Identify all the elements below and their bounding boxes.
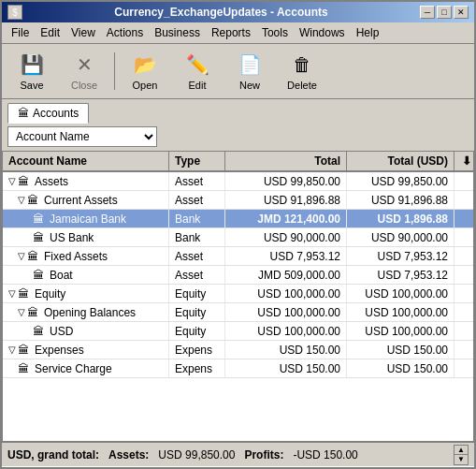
account-icon: 🏛: [18, 362, 31, 375]
account-type: Asset: [169, 247, 225, 265]
currency-spinner[interactable]: ▲ ▼: [454, 445, 469, 465]
minimize-button[interactable]: ─: [420, 6, 435, 19]
edit-label: Edit: [189, 80, 207, 91]
expand-arrow: ▽: [8, 288, 16, 299]
assets-value: USD 99,850.00: [158, 448, 235, 462]
account-total: JMD 509,000.00: [225, 266, 347, 284]
table-row[interactable]: 🏛 Boat Asset JMD 509,000.00 USD 7,953.12: [3, 266, 473, 285]
table-row[interactable]: 🏛 Jamaican Bank Bank JMD 121,400.00 USD …: [3, 210, 473, 228]
maximize-button[interactable]: □: [437, 6, 452, 19]
account-table: Account Name Type Total Total (USD) ⬇ ▽ …: [2, 152, 474, 441]
menu-item-edit[interactable]: Edit: [35, 24, 65, 41]
account-name: ▽ 🏛 Expenses: [3, 341, 169, 359]
assets-label: Assets:: [108, 448, 149, 462]
edit-button[interactable]: ✏️ Edit: [173, 48, 222, 95]
menu-item-tools[interactable]: Tools: [256, 24, 294, 41]
account-total: USD 91,896.88: [225, 191, 347, 209]
spin-up[interactable]: ▲: [454, 446, 468, 456]
account-total: USD 150.00: [225, 341, 347, 359]
currency-label: USD, grand total:: [7, 448, 99, 462]
table-row[interactable]: ▽ 🏛 Equity Equity USD 100,000.00 USD 100…: [3, 285, 473, 303]
close-button[interactable]: ✕: [454, 6, 469, 19]
col-header-total[interactable]: Total: [225, 152, 347, 170]
delete-button[interactable]: 🗑 Delete: [278, 48, 326, 95]
table-row[interactable]: ▽ 🏛 Assets Asset USD 99,850.00 USD 99,85…: [3, 172, 473, 191]
account-name: ▽ 🏛 Opening Balances: [3, 303, 169, 321]
save-label: Save: [20, 80, 43, 91]
account-name: ▽ 🏛 Current Assets: [3, 191, 169, 209]
menu-item-view[interactable]: View: [65, 24, 101, 41]
tab-label: Accounts: [33, 107, 79, 120]
expand-arrow: ▽: [8, 176, 16, 186]
expand-arrow: ▽: [18, 307, 25, 317]
account-total-usd: USD 7,953.12: [347, 247, 454, 265]
account-name: 🏛 Jamaican Bank: [3, 210, 169, 227]
account-type: Bank: [169, 210, 225, 227]
account-type: Asset: [169, 266, 225, 284]
new-icon: 📄: [237, 51, 263, 78]
expand-arrow: ▽: [8, 344, 16, 355]
account-icon: 🏛: [33, 231, 46, 244]
app-icon: $: [7, 5, 22, 20]
menu-item-help[interactable]: Help: [351, 24, 385, 41]
col-header-sort[interactable]: ⬇: [454, 152, 473, 170]
account-action: [454, 303, 473, 321]
tab-accounts[interactable]: 🏛Accounts: [7, 103, 89, 124]
menu-item-file[interactable]: File: [6, 24, 35, 41]
account-action: [454, 172, 473, 190]
status-bar: USD, grand total: Assets: USD 99,850.00 …: [2, 441, 474, 467]
account-action: [454, 266, 473, 284]
title-bar: $ Currency_ExchangeUpdates - Accounts ─ …: [2, 2, 474, 22]
account-type: Bank: [169, 228, 225, 246]
table-body: ▽ 🏛 Assets Asset USD 99,850.00 USD 99,85…: [3, 172, 473, 378]
account-total-usd: USD 1,896.88: [347, 210, 454, 227]
table-row[interactable]: 🏛 USD Equity USD 100,000.00 USD 100,000.…: [3, 322, 473, 341]
col-header-total-usd[interactable]: Total (USD): [347, 152, 454, 170]
account-type: Equity: [169, 322, 225, 340]
account-name: ▽ 🏛 Fixed Assets: [3, 247, 169, 265]
delete-label: Delete: [287, 80, 317, 91]
account-icon: 🏛: [33, 213, 46, 226]
account-total-usd: USD 100,000.00: [347, 303, 454, 321]
account-icon: 🏛: [27, 194, 40, 207]
account-total: USD 100,000.00: [225, 285, 347, 302]
table-row[interactable]: ▽ 🏛 Expenses Expens USD 150.00 USD 150.0…: [3, 341, 473, 359]
expand-arrow: ▽: [18, 251, 25, 261]
tab-bar: 🏛Accounts: [2, 99, 474, 123]
open-button[interactable]: 📂 Open: [121, 48, 169, 95]
account-icon: 🏛: [27, 306, 40, 319]
menu-item-business[interactable]: Business: [149, 24, 206, 41]
account-total: USD 100,000.00: [225, 322, 347, 340]
table-row[interactable]: 🏛 Service Charge Expens USD 150.00 USD 1…: [3, 359, 473, 378]
account-icon: 🏛: [18, 344, 31, 357]
col-header-type[interactable]: Type: [169, 152, 225, 170]
table-row[interactable]: ▽ 🏛 Fixed Assets Asset USD 7,953.12 USD …: [3, 247, 473, 266]
new-label: New: [239, 80, 260, 91]
close-label: Close: [71, 80, 97, 91]
account-total-usd: USD 150.00: [347, 359, 454, 377]
account-action: [454, 322, 473, 340]
spin-down[interactable]: ▼: [454, 455, 468, 464]
account-total-usd: USD 100,000.00: [347, 285, 454, 302]
new-button[interactable]: 📄 New: [225, 48, 274, 95]
table-row[interactable]: ▽ 🏛 Opening Balances Equity USD 100,000.…: [3, 303, 473, 322]
save-button[interactable]: 💾 Save: [7, 48, 56, 95]
menu-item-windows[interactable]: Windows: [294, 24, 351, 41]
account-type: Equity: [169, 285, 225, 302]
menu-item-reports[interactable]: Reports: [206, 24, 256, 41]
account-type: Expens: [169, 359, 225, 377]
account-name-filter[interactable]: Account Name Account Code Description: [7, 126, 157, 147]
account-action: [454, 247, 473, 265]
open-icon: 📂: [132, 51, 158, 78]
table-row[interactable]: 🏛 US Bank Bank USD 90,000.00 USD 90,000.…: [3, 228, 473, 247]
col-header-name[interactable]: Account Name: [3, 152, 169, 170]
account-icon: 🏛: [27, 250, 40, 263]
menu-item-actions[interactable]: Actions: [101, 24, 149, 41]
account-type: Asset: [169, 172, 225, 190]
menu-bar: FileEditViewActionsBusinessReportsToolsW…: [2, 22, 474, 44]
account-name: 🏛 US Bank: [3, 228, 169, 246]
account-type: Expens: [169, 341, 225, 359]
table-row[interactable]: ▽ 🏛 Current Assets Asset USD 91,896.88 U…: [3, 191, 473, 210]
filter-bar: Account Name Account Code Description: [2, 123, 474, 152]
account-total: USD 7,953.12: [225, 247, 347, 265]
